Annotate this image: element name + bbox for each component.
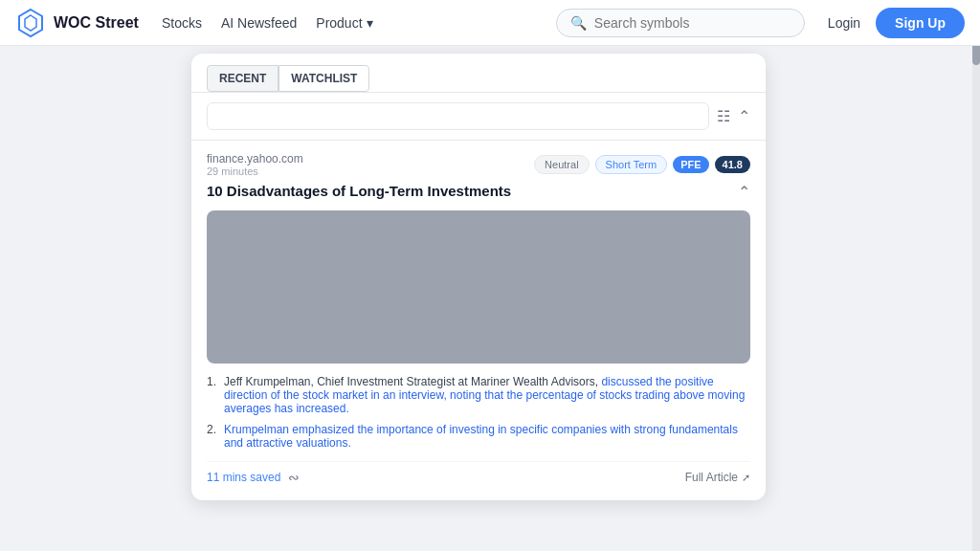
news-meta: finance.yahoo.com 29 minutes Neutral Sho… bbox=[207, 152, 750, 177]
filter-input[interactable] bbox=[207, 102, 709, 130]
news-time: 29 minutes bbox=[207, 165, 303, 177]
nav-stocks[interactable]: Stocks bbox=[162, 15, 202, 31]
chevron-up-toggle[interactable]: ⌃ bbox=[738, 183, 750, 201]
summary-list: 1. Jeff Krumpelman, Chief Investment Str… bbox=[207, 375, 750, 450]
external-link-icon: ➚ bbox=[742, 472, 750, 484]
filter-icon[interactable]: ☷ bbox=[717, 107, 730, 125]
news-title[interactable]: 10 Disadvantages of Long-Term Investment… bbox=[207, 183, 738, 199]
news-source-area: finance.yahoo.com 29 minutes bbox=[207, 152, 303, 177]
share-icon[interactable]: ∾ bbox=[288, 470, 300, 485]
nav-links: Stocks AI Newsfeed Product ▾ bbox=[162, 15, 373, 31]
dropdown-panel: RECENT WATCHLIST ☷ ⌃ finance.yahoo.com 2… bbox=[191, 54, 766, 500]
list-item: 1. Jeff Krumpelman, Chief Investment Str… bbox=[207, 375, 750, 415]
summary-text-1: Jeff Krumpelman, Chief Investment Strate… bbox=[224, 375, 750, 415]
login-button[interactable]: Login bbox=[828, 15, 860, 31]
auth-area: Login Sign Up bbox=[828, 8, 965, 38]
logo-area[interactable]: WOC Street bbox=[15, 8, 139, 38]
filter-bar: ☷ ⌃ bbox=[191, 93, 766, 141]
svg-marker-0 bbox=[19, 10, 42, 36]
badge-neutral: Neutral bbox=[534, 155, 589, 174]
navbar: WOC Street Stocks AI Newsfeed Product ▾ … bbox=[0, 0, 980, 46]
summary-text-2: Krumpelman emphasized the importance of … bbox=[224, 423, 750, 450]
news-image bbox=[207, 210, 750, 364]
nav-product[interactable]: Product ▾ bbox=[316, 15, 372, 31]
search-bar[interactable]: 🔍 bbox=[556, 9, 805, 37]
badge-score: 41.8 bbox=[715, 156, 750, 173]
badge-ticker[interactable]: PFE bbox=[673, 156, 708, 173]
news-source: finance.yahoo.com bbox=[207, 152, 303, 165]
tab-watchlist[interactable]: WATCHLIST bbox=[278, 65, 369, 92]
mins-saved: 11 mins saved ∾ bbox=[207, 470, 300, 485]
chevron-down-icon: ▾ bbox=[367, 15, 373, 31]
svg-marker-1 bbox=[25, 15, 36, 31]
full-article-link[interactable]: Full Article ➚ bbox=[685, 471, 750, 484]
search-icon: 🔍 bbox=[570, 15, 587, 31]
nav-ai-newsfeed[interactable]: AI Newsfeed bbox=[221, 15, 297, 31]
tab-recent[interactable]: RECENT bbox=[207, 65, 278, 92]
news-title-row: 10 Disadvantages of Long-Term Investment… bbox=[207, 183, 750, 201]
card-footer: 11 mins saved ∾ Full Article ➚ bbox=[207, 461, 750, 489]
news-card: finance.yahoo.com 29 minutes Neutral Sho… bbox=[191, 141, 766, 500]
news-badges: Neutral Short Term PFE 41.8 bbox=[534, 155, 750, 174]
badge-short-term: Short Term bbox=[595, 155, 668, 174]
search-input[interactable] bbox=[594, 15, 791, 31]
scrollbar[interactable] bbox=[972, 0, 980, 551]
main-content: RECENT WATCHLIST ☷ ⌃ finance.yahoo.com 2… bbox=[0, 46, 980, 551]
brand-name: WOC Street bbox=[54, 14, 139, 32]
logo-icon bbox=[15, 8, 46, 38]
chevron-up-icon[interactable]: ⌃ bbox=[738, 107, 750, 125]
tabs-row: RECENT WATCHLIST bbox=[191, 54, 766, 93]
signup-button[interactable]: Sign Up bbox=[876, 8, 965, 38]
mins-saved-text: 11 mins saved bbox=[207, 471, 280, 484]
filter-icons: ☷ ⌃ bbox=[717, 107, 750, 125]
list-item: 2. Krumpelman emphasized the importance … bbox=[207, 423, 750, 450]
